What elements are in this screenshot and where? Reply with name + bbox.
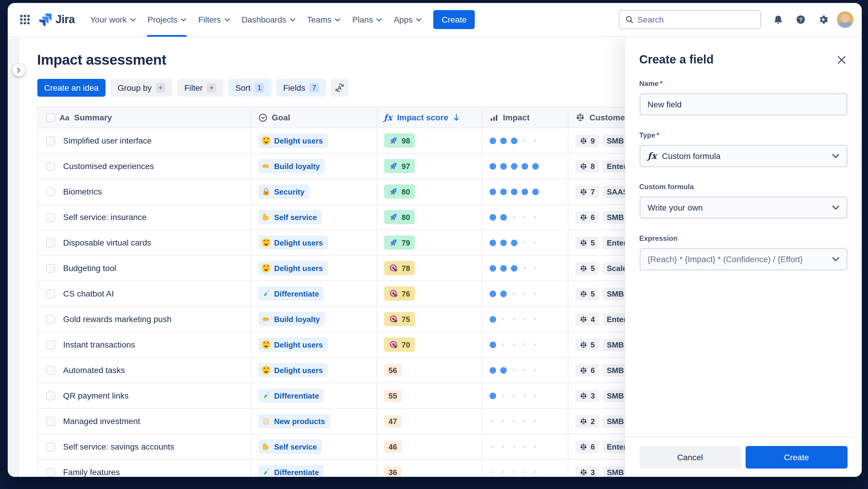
table-row[interactable]: Automated tasks Delight users 56 6 SMB: [37, 357, 686, 383]
table-row[interactable]: Customised experiences Build loyalty 97 …: [37, 153, 686, 179]
impact-score-cell: 78: [377, 256, 482, 281]
table-row[interactable]: Biometrics Security 80 7 SAAS: [37, 179, 686, 205]
idea-summary: QR payment links: [63, 391, 129, 400]
name-field[interactable]: [639, 93, 847, 116]
select-all-checkbox[interactable]: [46, 113, 55, 122]
global-create-button[interactable]: Create: [434, 10, 475, 29]
row-checkbox[interactable]: [46, 442, 55, 451]
table-row[interactable]: Gold rewards marketing push Build loyalt…: [37, 307, 686, 332]
auto-sort-button[interactable]: A: [331, 79, 348, 97]
table-row[interactable]: Budgeting tool Delight users 78 5 Scale: [37, 256, 686, 281]
idea-summary: Budgeting tool: [63, 263, 116, 273]
select-icon: [258, 113, 267, 122]
rocket-icon: [389, 161, 398, 171]
row-checkbox[interactable]: [46, 315, 55, 323]
goal-chip: Differentiate: [258, 286, 324, 301]
global-search[interactable]: [618, 10, 761, 29]
idea-summary: Family features: [63, 467, 120, 477]
impact-score-cell: 46: [377, 434, 482, 459]
nav-right-icons: ?: [769, 11, 853, 28]
nav-item-teams[interactable]: Teams: [301, 3, 346, 36]
row-checkbox[interactable]: [46, 187, 55, 196]
impact-dots: [489, 341, 538, 348]
type-select[interactable]: ƒx Custom formula: [639, 145, 847, 167]
column-header-summary[interactable]: Aa Summary: [38, 107, 251, 127]
goal-cell: Differentiate: [251, 383, 377, 408]
app-switcher-button[interactable]: [16, 11, 33, 28]
table-row[interactable]: Managed investment New products 47 2 SMB: [37, 409, 686, 434]
row-checkbox[interactable]: [46, 366, 55, 375]
row-checkbox[interactable]: [46, 468, 55, 477]
row-checkbox[interactable]: [46, 212, 55, 222]
heart-eyes-icon: [261, 263, 271, 273]
impact-cell: [482, 460, 568, 477]
column-header-goal[interactable]: Goal: [251, 107, 377, 127]
table-header-row: Aa Summary Goal ƒx Impact score Impact C…: [37, 107, 686, 128]
custom-formula-label: Custom formula: [639, 183, 847, 191]
impact-score-chip: 80: [384, 184, 415, 199]
impact-score-cell: 80: [377, 205, 482, 230]
sort-button[interactable]: Sort 1: [228, 79, 271, 97]
help-button[interactable]: ?: [792, 11, 809, 28]
table-row[interactable]: Disposable virtual cards Delight users 7…: [37, 230, 686, 256]
notifications-button[interactable]: [769, 11, 787, 28]
filter-badge: +: [207, 83, 216, 92]
nav-item-filters[interactable]: Filters: [192, 3, 236, 36]
table-row[interactable]: CS chatbot AI Differentiate 76 5 SMB: [37, 281, 686, 307]
summary-cell: Budgeting tool: [38, 256, 251, 281]
panel-close-button[interactable]: [833, 52, 849, 68]
nav-item-label: Dashboards: [242, 15, 286, 24]
chevron-right-icon: [16, 67, 21, 73]
create-idea-button[interactable]: Create an idea: [37, 79, 106, 97]
row-checkbox[interactable]: [46, 416, 55, 426]
row-checkbox[interactable]: [46, 289, 55, 298]
table-row[interactable]: Instant transactions Delight users 70 5 …: [37, 332, 686, 357]
search-input[interactable]: [638, 15, 754, 24]
table-row[interactable]: Self service: insurance Self service 80 …: [37, 205, 686, 230]
formula-icon: ƒx: [384, 113, 392, 122]
impact-score-cell: 56: [377, 357, 482, 382]
fields-button[interactable]: Fields 7: [276, 79, 326, 97]
goal-chip: Delight users: [258, 261, 328, 275]
row-checkbox[interactable]: [46, 162, 55, 171]
impact-dots: [489, 163, 538, 169]
table-row[interactable]: QR payment links Differentiate 55 3 SMB: [37, 383, 686, 409]
custom-formula-select[interactable]: Write your own: [639, 196, 847, 219]
nav-item-dashboards[interactable]: Dashboards: [236, 3, 301, 36]
goal-chip: Security: [258, 184, 309, 199]
column-header-impact-score[interactable]: ƒx Impact score: [377, 107, 482, 127]
table-row[interactable]: Family features Differentiate 36 3 SMB: [37, 460, 686, 477]
row-checkbox[interactable]: [46, 264, 55, 272]
create-field-button[interactable]: Create: [746, 446, 847, 468]
expression-select[interactable]: {Reach} * {Impact} * (Confidence) / {Eff…: [639, 248, 847, 270]
type-label: Type*: [639, 131, 847, 139]
summary-cell: Self service: insurance: [38, 205, 251, 230]
table-row[interactable]: Simplified user interface Delight users …: [37, 128, 686, 153]
jira-logo[interactable]: Jira: [38, 13, 75, 26]
auto-sort-icon: A: [334, 82, 345, 93]
impact-score-chip: 55: [384, 390, 402, 402]
user-avatar[interactable]: [837, 11, 853, 28]
nav-item-projects[interactable]: Projects: [142, 3, 192, 36]
group-by-button[interactable]: Group by +: [111, 79, 173, 97]
expand-sidebar-button[interactable]: [12, 63, 25, 77]
customer-count-chip: 5: [575, 236, 599, 249]
row-checkbox[interactable]: [46, 238, 55, 247]
table-row[interactable]: Self service: savings accounts Self serv…: [37, 434, 686, 460]
cancel-button[interactable]: Cancel: [639, 446, 741, 468]
nav-item-label: Projects: [148, 15, 178, 24]
column-header-impact[interactable]: Impact: [482, 107, 568, 127]
nav-item-plans[interactable]: Plans: [346, 3, 388, 36]
row-checkbox[interactable]: [46, 391, 55, 400]
nav-item-apps[interactable]: Apps: [388, 3, 428, 36]
summary-cell: Disposable virtual cards: [38, 230, 251, 255]
bar-chart-icon: [489, 113, 498, 122]
row-checkbox[interactable]: [46, 136, 55, 145]
settings-button[interactable]: [814, 11, 832, 28]
goal-chip: Delight users: [258, 134, 328, 148]
row-checkbox[interactable]: [46, 340, 55, 349]
nav-item-your-work[interactable]: Your work: [84, 3, 142, 36]
filter-button[interactable]: Filter +: [177, 79, 223, 97]
summary-cell: Gold rewards marketing push: [38, 307, 251, 332]
chevron-down-icon: [290, 17, 295, 22]
